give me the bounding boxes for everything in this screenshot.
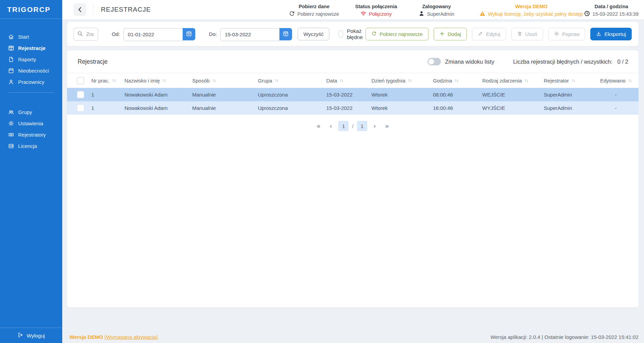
column-header-1[interactable]: Nr prac.↑↓ bbox=[87, 78, 120, 84]
app-root: TRIGORCP StartRejestracjeRaportyNieobecn… bbox=[0, 0, 644, 343]
fetch-data-label: Pobierz dane bbox=[299, 4, 329, 9]
clear-button[interactable]: Wyczyść bbox=[298, 28, 329, 40]
sidebar-item-label: Ustawienia bbox=[18, 120, 43, 126]
sort-arrows-icon: ↑↓ bbox=[524, 78, 528, 83]
search-box bbox=[74, 28, 98, 41]
cell-3: Manualnie bbox=[188, 105, 254, 111]
export-button[interactable]: Eksportuj bbox=[590, 28, 632, 40]
prev-page-button[interactable]: ‹ bbox=[327, 121, 335, 131]
column-label: Edytowano bbox=[600, 78, 626, 84]
sidebar-item-pracownicy[interactable]: Pracownicy bbox=[0, 76, 62, 88]
cell-7: 16:00:46 bbox=[429, 105, 478, 111]
logout-button[interactable]: Wyloguj bbox=[0, 328, 62, 343]
cell-3: Manualnie bbox=[188, 92, 254, 98]
first-page-button[interactable]: « bbox=[314, 121, 323, 131]
table-icon bbox=[8, 45, 14, 51]
column-label: Godzina bbox=[433, 78, 452, 84]
error-counter-label: Liczba rejestracji błędnych / wszystkich… bbox=[513, 59, 613, 65]
download-icon bbox=[596, 31, 601, 37]
registrations-card: Rejestracje Zmiana widoku listy Liczba r… bbox=[67, 50, 639, 307]
sidebar-item-start[interactable]: Start bbox=[0, 31, 62, 42]
last-page-button[interactable]: » bbox=[382, 121, 392, 131]
table-row[interactable]: 1Nowakowski AdamManualnieUproszczona15-0… bbox=[67, 101, 639, 115]
select-all-checkbox[interactable] bbox=[77, 77, 84, 84]
column-label: Data bbox=[326, 78, 337, 84]
search-input[interactable] bbox=[86, 31, 94, 37]
person-icon bbox=[8, 79, 14, 85]
cell-6: Wtorek bbox=[367, 92, 429, 98]
sort-arrows-icon: ↑↓ bbox=[275, 78, 278, 83]
sidebar-item-label: Rejestratory bbox=[18, 132, 46, 138]
date-from-input[interactable] bbox=[123, 28, 183, 41]
cell-10: - bbox=[593, 92, 639, 98]
sidebar-item-raporty[interactable]: Raporty bbox=[0, 54, 62, 65]
sort-arrows-icon: ↑↓ bbox=[628, 78, 632, 83]
sidebar-item-ustawienia[interactable]: Ustawienia bbox=[0, 118, 62, 129]
sidebar-item-nieobecnosci[interactable]: Nieobecności bbox=[0, 65, 62, 76]
column-header-4[interactable]: Grupa↑↓ bbox=[254, 78, 322, 84]
sort-arrows-icon: ↑↓ bbox=[162, 78, 166, 83]
sidebar-item-licencja[interactable]: Licencja bbox=[0, 140, 62, 152]
delete-button: Usuń bbox=[511, 28, 543, 40]
date-to-picker-button[interactable] bbox=[279, 28, 292, 40]
card-title: Rejestracje bbox=[78, 58, 108, 65]
row-checkbox-cell bbox=[67, 104, 87, 112]
content-area: Od: Do: Wyczyść Pokaż błęd bbox=[62, 19, 644, 343]
title-divider bbox=[93, 4, 93, 15]
add-button[interactable]: Dodaj bbox=[434, 28, 467, 40]
current-page-box[interactable]: 1 bbox=[338, 121, 349, 131]
logged-user-value: SuperAdmin bbox=[419, 11, 454, 17]
column-header-2[interactable]: Nazwisko i imię↑↓ bbox=[120, 78, 188, 84]
top-bar: REJESTRACJE Pobierz dane Pobierz najnows… bbox=[62, 0, 644, 19]
fetch-latest-action[interactable]: Pobierz najnowsze bbox=[289, 11, 339, 17]
sidebar-nav: StartRejestracjeRaportyNieobecnościPraco… bbox=[0, 19, 62, 152]
row-checkbox[interactable] bbox=[77, 104, 84, 112]
date-to-label: Do: bbox=[209, 31, 217, 37]
row-checkbox[interactable] bbox=[77, 91, 84, 98]
table-header-row: Nr prac.↑↓Nazwisko i imię↑↓Sposób↑↓Grupa… bbox=[67, 73, 639, 88]
show-errors-checkbox[interactable] bbox=[339, 30, 343, 38]
table-body: 1Nowakowski AdamManualnieUproszczona15-0… bbox=[67, 88, 639, 115]
column-header-3[interactable]: Sposób↑↓ bbox=[188, 78, 254, 84]
date-to-input[interactable] bbox=[220, 28, 279, 41]
error-counter: Liczba rejestracji błędnych / wszystkich… bbox=[513, 59, 628, 65]
logged-user-group: Zalogowany SuperAdmin bbox=[416, 4, 457, 17]
column-header-7[interactable]: Godzina↑↓ bbox=[429, 78, 478, 84]
sidebar-bottom: Wyloguj bbox=[0, 328, 62, 343]
sidebar-item-rejestracje[interactable]: Rejestracje bbox=[0, 42, 62, 54]
column-header-10[interactable]: Edytowano↑↓ bbox=[593, 78, 639, 84]
cell-8: WEJŚCIE bbox=[478, 92, 540, 98]
clock-icon bbox=[584, 11, 590, 17]
date-from-picker-button[interactable] bbox=[183, 28, 195, 40]
column-header-8[interactable]: Rodzaj zdarzenia↑↓ bbox=[478, 78, 540, 84]
table-row[interactable]: 1Nowakowski AdamManualnieUproszczona15-0… bbox=[67, 88, 639, 101]
column-header-9[interactable]: Rejestrator↑↓ bbox=[540, 78, 593, 84]
column-header-5[interactable]: Data↑↓ bbox=[322, 78, 367, 84]
sidebar-item-label: Licencja bbox=[18, 143, 37, 149]
plus-icon bbox=[439, 31, 445, 37]
connection-status-value: Połączony bbox=[360, 11, 392, 17]
refresh-icon bbox=[289, 11, 295, 17]
warning-icon bbox=[479, 11, 485, 17]
cell-9: SuperAdmin bbox=[540, 105, 593, 111]
sidebar-item-label: Grupy bbox=[18, 109, 32, 115]
gear-icon bbox=[8, 120, 14, 126]
sidebar-item-label: Nieobecności bbox=[18, 68, 49, 74]
back-button[interactable] bbox=[74, 3, 86, 16]
next-page-button[interactable]: › bbox=[371, 121, 379, 131]
sidebar-item-label: Start bbox=[18, 34, 29, 40]
home-icon bbox=[8, 34, 14, 40]
trash-icon bbox=[517, 31, 522, 37]
fetch-latest-button[interactable]: Pobierz najnowsze bbox=[366, 28, 429, 40]
activation-link[interactable]: (Wymagana aktywacja) bbox=[104, 334, 158, 340]
datetime-label: Data / godzina bbox=[595, 4, 628, 9]
error-counter-value: 0 / 2 bbox=[617, 59, 628, 65]
list-view-toggle[interactable] bbox=[428, 58, 441, 65]
demo-version-message: Wykup licencję, żeby uzyskać pełny dostę… bbox=[479, 11, 583, 17]
column-header-6[interactable]: Dzień tygodnia↑↓ bbox=[367, 78, 429, 84]
filter-bar: Od: Do: Wyczyść Pokaż błęd bbox=[67, 22, 639, 46]
sidebar-item-rejestratory[interactable]: Rejestratory bbox=[0, 129, 62, 140]
logged-user-label: Zalogowany bbox=[422, 4, 451, 9]
sidebar-item-grupy[interactable]: Grupy bbox=[0, 106, 62, 118]
row-checkbox-cell bbox=[67, 91, 87, 98]
